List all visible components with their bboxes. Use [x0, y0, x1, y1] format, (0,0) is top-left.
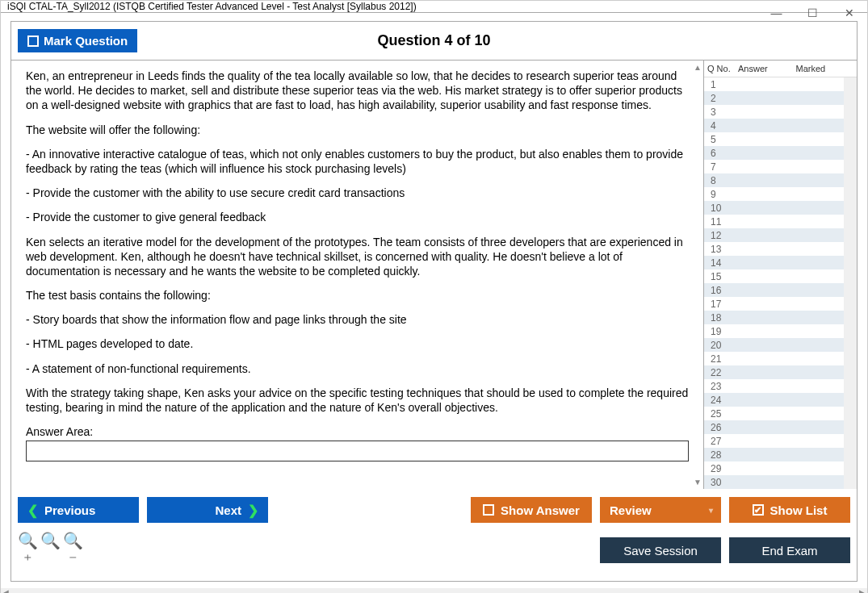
sidebar-row-number: 29	[711, 463, 735, 474]
sidebar-row-number: 24	[711, 395, 735, 406]
answer-input[interactable]	[26, 441, 689, 461]
sidebar-row-number: 3	[711, 106, 735, 118]
sidebar-row-number: 19	[711, 326, 735, 337]
mark-question-button[interactable]: Mark Question	[18, 29, 137, 52]
sidebar-row[interactable]: 17	[704, 297, 844, 311]
sidebar-row[interactable]: 7	[704, 160, 844, 173]
end-exam-button[interactable]: End Exam	[729, 537, 850, 563]
sidebar-row[interactable]: 2	[704, 91, 844, 105]
end-exam-label: End Exam	[761, 544, 817, 558]
sidebar-row[interactable]: 10	[704, 201, 844, 215]
sidebar-row[interactable]: 14	[704, 256, 844, 269]
col-header-marked: Marked	[796, 64, 854, 73]
sidebar-row[interactable]: 23	[704, 379, 844, 393]
sidebar-row-number: 14	[711, 257, 735, 269]
question-text: Ken, an entrepreneur in Leeds finds the …	[26, 69, 689, 113]
review-label: Review	[610, 503, 652, 517]
mark-question-label: Mark Question	[44, 34, 128, 48]
question-text: Ken selects an iterative model for the d…	[26, 235, 689, 279]
question-text: - Provide the customer with the ability …	[26, 186, 689, 200]
sidebar-row-number: 30	[711, 477, 735, 488]
sidebar-row[interactable]: 24	[704, 393, 844, 407]
sidebar-row[interactable]: 18	[704, 311, 844, 324]
zoom-reset-icon[interactable]: 🔍	[40, 531, 60, 570]
sidebar-row[interactable]: 5	[704, 132, 844, 146]
header-row: Mark Question Question 4 of 10	[11, 22, 857, 61]
sidebar-row[interactable]: 3	[704, 105, 844, 119]
scroll-up-icon[interactable]: ▲	[694, 62, 702, 73]
answer-area-label: Answer Area:	[26, 424, 689, 439]
chevron-left-icon: ❮	[27, 503, 38, 518]
save-session-label: Save Session	[623, 544, 698, 558]
window-title: iSQI CTAL-TA_Syll2012 (ISTQB Certified T…	[7, 1, 417, 12]
sidebar-row[interactable]: 6	[704, 146, 844, 160]
sidebar-row-number: 9	[711, 189, 735, 200]
sidebar-row-number: 1	[711, 79, 735, 90]
sidebar-row[interactable]: 9	[704, 187, 844, 201]
sidebar-row[interactable]: 4	[704, 119, 844, 132]
next-label: Next	[215, 503, 241, 517]
previous-button[interactable]: ❮ Previous	[18, 497, 139, 523]
sidebar-row[interactable]: 12	[704, 228, 844, 242]
sidebar-row[interactable]: 26	[704, 420, 844, 434]
sidebar-row[interactable]: 22	[704, 365, 844, 379]
sidebar-row-number: 21	[711, 353, 735, 365]
sidebar-row-number: 8	[711, 175, 735, 186]
sidebar-row-number: 10	[711, 203, 735, 214]
sidebar-row-number: 12	[711, 230, 735, 241]
question-text: - Story boards that show the information…	[26, 312, 689, 327]
show-list-button[interactable]: ✔ Show List	[729, 497, 850, 523]
sidebar-row-number: 6	[711, 148, 735, 159]
sidebar-row[interactable]: 28	[704, 448, 844, 461]
sidebar-list[interactable]: 1234567891011121314151617181920212223242…	[704, 77, 844, 489]
sidebar-row-number: 26	[711, 422, 735, 433]
sidebar-row-number: 7	[711, 161, 735, 173]
scroll-left-icon[interactable]: ◀	[2, 588, 9, 593]
next-button[interactable]: Next ❯	[147, 497, 268, 523]
question-text: With the strategy taking shape, Ken asks…	[26, 386, 689, 415]
titlebar: iSQI CTAL-TA_Syll2012 (ISTQB Certified T…	[1, 1, 867, 13]
save-session-button[interactable]: Save Session	[600, 537, 721, 563]
sidebar-row[interactable]: 15	[704, 269, 844, 283]
scroll-right-icon[interactable]: ▶	[859, 588, 866, 593]
horizontal-scrollbar[interactable]: ◀ ▶	[1, 588, 867, 593]
sidebar-row[interactable]: 8	[704, 173, 844, 187]
sidebar-row[interactable]: 13	[704, 242, 844, 256]
sidebar-row[interactable]: 30	[704, 475, 844, 489]
sidebar-row[interactable]: 19	[704, 324, 844, 338]
sidebar-row-number: 23	[711, 381, 735, 392]
show-answer-label: Show Answer	[501, 503, 580, 517]
sidebar-row[interactable]: 16	[704, 283, 844, 297]
sidebar-row-number: 20	[711, 340, 735, 351]
question-counter: Question 4 of 10	[377, 32, 490, 49]
checkbox-checked-icon: ✔	[753, 504, 764, 516]
col-header-answer: Answer	[738, 64, 796, 73]
question-text: - An innovative interactive catalogue of…	[26, 147, 689, 176]
sidebar-row-number: 11	[711, 216, 735, 228]
sidebar-row-number: 25	[711, 408, 735, 420]
question-text: - Provide the customer to give general f…	[26, 210, 689, 224]
sidebar-row[interactable]: 29	[704, 461, 844, 475]
sidebar-row-number: 17	[711, 299, 735, 310]
sidebar-row[interactable]: 25	[704, 407, 844, 420]
sidebar-row[interactable]: 1	[704, 77, 844, 91]
checkbox-icon	[27, 35, 39, 47]
zoom-out-icon[interactable]: 🔍⁻	[63, 531, 82, 570]
show-answer-button[interactable]: Show Answer	[471, 497, 592, 523]
chevron-right-icon: ❯	[248, 503, 258, 518]
sidebar-row-number: 22	[711, 367, 735, 378]
sidebar-scrollbar[interactable]	[844, 77, 857, 489]
question-text: The test basis contains the following:	[26, 288, 689, 303]
show-list-label: Show List	[770, 503, 828, 517]
review-button[interactable]: Review ▾	[600, 497, 721, 523]
question-panel[interactable]: ▲ Ken, an entrepreneur in Leeds finds th…	[11, 61, 703, 489]
sidebar-row[interactable]: 27	[704, 434, 844, 448]
zoom-in-icon[interactable]: 🔍⁺	[18, 531, 37, 570]
sidebar-row[interactable]: 20	[704, 338, 844, 352]
question-text: The website will offer the following:	[26, 123, 689, 137]
scroll-down-icon[interactable]: ▼	[694, 477, 702, 487]
sidebar-row[interactable]: 11	[704, 215, 844, 228]
sidebar-row-number: 5	[711, 134, 735, 145]
sidebar-row[interactable]: 21	[704, 352, 844, 365]
sidebar-row-number: 15	[711, 271, 735, 282]
